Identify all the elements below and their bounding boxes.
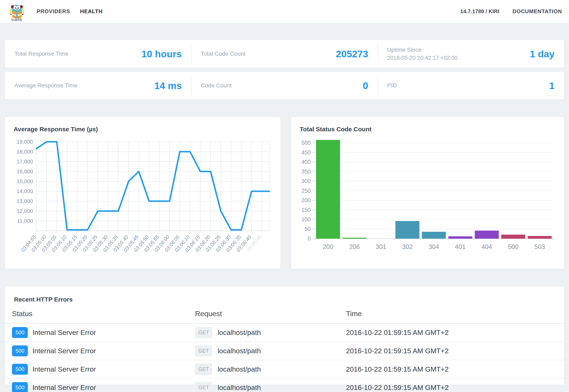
stat-sublabel: 2018-05-20 20:42:17 +02:00 [387, 55, 458, 61]
svg-text:0: 0 [308, 236, 311, 242]
status-text: Internal Server Error [32, 384, 96, 392]
status-code-chart-card: Total Status Code Count 0501001502002503… [291, 117, 564, 269]
http-method-badge: GET [195, 382, 212, 392]
error-time: 2016-10-22 01:59:15 AM GMT+2 [346, 384, 564, 392]
table-row: 500 Internal Server Error GET localhost/… [5, 342, 564, 360]
column-header-time: Time [346, 309, 564, 318]
stat-total-code-count: Total Code Count 205273 [191, 40, 378, 68]
svg-text:350: 350 [301, 168, 311, 175]
svg-text:13,000: 13,000 [16, 198, 33, 204]
svg-text:15,000: 15,000 [16, 178, 33, 184]
svg-text:12,000: 12,000 [16, 208, 33, 214]
request-path: localhost/path [217, 365, 261, 373]
table-row: 500 Internal Server Error GET localhost/… [5, 323, 564, 342]
stat-label: PID [387, 82, 397, 89]
svg-text:14,000: 14,000 [16, 188, 33, 194]
errors-table-header: Status Request Time [5, 303, 564, 323]
stat-value: 0 [363, 80, 368, 91]
line-chart-title: Average Response Time (µs) [14, 126, 280, 133]
request-path: localhost/path [217, 329, 261, 336]
stat-label: Code Count [201, 82, 231, 89]
status-text: Internal Server Error [32, 329, 96, 336]
status-code-bar-chart: 0501001502002503003504004505002002063013… [295, 136, 560, 263]
svg-text:503: 503 [534, 243, 545, 251]
stats-row-2: Average Response Time 14 ms Code Count 0… [5, 72, 564, 99]
request-path: localhost/path [217, 347, 261, 355]
svg-text:16,000: 16,000 [16, 168, 33, 175]
svg-text:200: 200 [323, 243, 333, 251]
avg-response-time-chart-card: Average Response Time (µs) 11,00012,0001… [5, 117, 280, 269]
svg-text:404: 404 [481, 243, 492, 251]
nav-item-documentation[interactable]: DOCUMENTATION [512, 8, 562, 15]
svg-text:18,000: 18,000 [16, 149, 33, 155]
status-code-badge: 500 [12, 364, 28, 375]
status-code-badge: 500 [12, 345, 28, 356]
error-time: 2016-10-22 01:59:15 AM GMT+2 [346, 365, 564, 373]
svg-text:400: 400 [301, 159, 311, 165]
svg-text:301: 301 [376, 243, 386, 251]
svg-text:450: 450 [301, 149, 311, 156]
table-row: 500 Internal Server Error GET localhost/… [5, 360, 564, 378]
traefik-brand-text: træfik [12, 17, 22, 22]
svg-text:206: 206 [349, 243, 360, 251]
svg-text:304: 304 [429, 243, 439, 251]
main-content: Total Response Time 10 hours Total Code … [0, 23, 569, 385]
avg-response-time-line-chart: 11,00012,00013,00014,00015,00016,00017,0… [7, 136, 278, 263]
stat-label: Total Code Count [201, 51, 245, 57]
charts-row: Average Response Time (µs) 11,00012,0001… [5, 117, 564, 269]
stat-value: 205273 [336, 48, 368, 60]
svg-text:150: 150 [301, 207, 311, 213]
error-time: 2016-10-22 01:59:15 AM GMT+2 [346, 329, 564, 336]
svg-text:11,000: 11,000 [17, 218, 33, 224]
nav-item-providers[interactable]: PROVIDERS [37, 8, 70, 15]
svg-text:50: 50 [304, 226, 311, 232]
stat-value: 14 ms [155, 80, 182, 91]
stat-average-response-time: Average Response Time 14 ms [5, 72, 191, 99]
nav-item-health[interactable]: HEALTH [80, 8, 103, 15]
svg-text:19,000: 19,000 [16, 139, 33, 145]
svg-text:500: 500 [301, 140, 311, 146]
svg-text:250: 250 [301, 188, 311, 194]
http-method-badge: GET [195, 364, 212, 375]
stat-value: 1 [549, 80, 555, 91]
svg-text:500: 500 [508, 243, 519, 251]
top-nav: træfik PROVIDERS HEALTH 14.7.1789 / KIRI… [0, 0, 569, 23]
svg-text:302: 302 [402, 243, 413, 251]
stat-label: Average Response Time [14, 82, 78, 89]
svg-text:300: 300 [301, 178, 311, 184]
errors-table-title: Recent HTTP Errors [14, 296, 564, 303]
traefik-gopher-icon: træfik [7, 1, 27, 23]
stat-value: 10 hours [142, 48, 182, 60]
recent-http-errors-card: Recent HTTP Errors Status Request Time 5… [5, 286, 564, 385]
table-row: 500 Internal Server Error GET localhost/… [5, 378, 564, 392]
version-label: 14.7.1789 / KIRI [460, 8, 499, 15]
stat-label: Total Response Time [14, 51, 68, 57]
stat-code-count: Code Count 0 [191, 72, 378, 99]
column-header-request: Request [195, 309, 346, 318]
error-time: 2016-10-22 01:59:15 AM GMT+2 [346, 347, 564, 355]
bar-chart-title: Total Status Code Count [300, 126, 564, 133]
svg-text:17,000: 17,000 [16, 158, 33, 165]
stat-pid: PID 1 [378, 72, 564, 99]
stat-value: 1 day [530, 48, 555, 60]
stat-total-response-time: Total Response Time 10 hours [5, 40, 191, 68]
request-path: localhost/path [217, 384, 261, 392]
status-text: Internal Server Error [32, 365, 96, 373]
svg-text:401: 401 [455, 243, 466, 251]
stat-uptime-since: Uptime Since 2018-05-20 20:42:17 +02:00 … [378, 40, 564, 68]
stats-row-1: Total Response Time 10 hours Total Code … [5, 40, 564, 68]
http-method-badge: GET [195, 327, 212, 338]
stat-label: Uptime Since [387, 47, 458, 53]
http-method-badge: GET [195, 345, 212, 357]
svg-text:200: 200 [301, 197, 311, 203]
status-code-badge: 500 [12, 327, 28, 338]
status-code-badge: 500 [12, 382, 28, 392]
svg-text:100: 100 [301, 216, 311, 223]
column-header-status: Status [5, 309, 195, 318]
traefik-logo[interactable]: træfik [7, 1, 27, 23]
status-text: Internal Server Error [32, 347, 96, 355]
